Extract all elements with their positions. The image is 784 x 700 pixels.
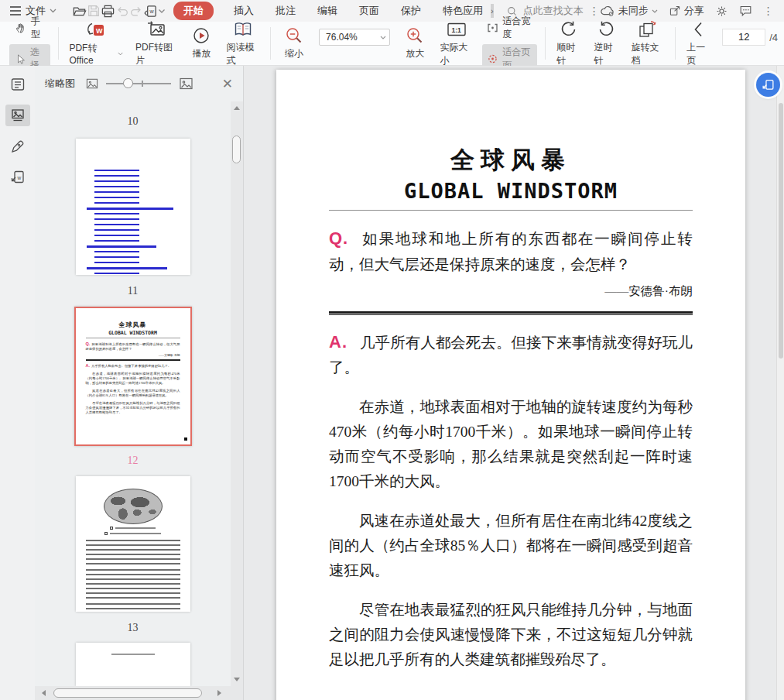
pen-icon — [10, 139, 26, 154]
titlebar-right: 未同步 分享 ⋮ — [600, 4, 784, 18]
undo-icon[interactable] — [115, 2, 129, 19]
open-file-icon[interactable] — [72, 2, 87, 19]
page-label-11[interactable]: 11 — [128, 285, 138, 297]
toc-link-lines — [94, 170, 139, 275]
slider-tick — [142, 81, 143, 87]
scroll-down-arrow[interactable] — [234, 678, 240, 681]
rotate-clockwise-icon — [560, 20, 578, 39]
pdf-to-image-button[interactable]: PDF转图片 — [129, 18, 183, 70]
pdf-to-office-icon: W — [86, 21, 106, 39]
rotate-counterclockwise-button[interactable]: 逆时针 — [587, 18, 625, 70]
print-icon[interactable] — [101, 2, 115, 19]
tab-featured-apps[interactable]: 特色应用 — [441, 2, 484, 19]
scroll-right-arrow[interactable] — [217, 690, 221, 696]
redo-icon[interactable] — [129, 2, 143, 19]
pdf-page: 全球风暴 GLOBAL WINDSTORM Q.如果地球和地上所有的东西都在一瞬… — [276, 70, 745, 700]
share-icon — [669, 5, 681, 17]
a-lead-text: 几乎所有人都会死去。但接下来事情就变得好玩儿了。 — [329, 335, 693, 376]
thumbnail-vertical-scrollbar[interactable] — [231, 101, 243, 686]
thumbnail-page-13[interactable] — [76, 476, 190, 612]
feedback-comment-icon[interactable] — [739, 5, 752, 17]
double-rule — [329, 311, 693, 315]
rotate-counterclockwise-label: 逆时针 — [594, 41, 618, 67]
annotation-panel-button[interactable] — [5, 136, 30, 157]
pdf-to-image-label: PDF转图片 — [135, 41, 176, 67]
previous-page-button[interactable]: 上一页 — [680, 18, 717, 70]
chevron-down-icon — [50, 9, 56, 13]
search-options-icon[interactable]: ⋮ — [589, 5, 600, 17]
document-viewport[interactable]: 全球风暴 GLOBAL WINDSTORM Q.如果地球和地上所有的东西都在一瞬… — [244, 66, 784, 700]
divider — [545, 27, 546, 60]
fit-width-icon — [487, 22, 498, 33]
scroll-up-arrow[interactable] — [234, 106, 240, 110]
actual-size-button[interactable]: 1:1 实际大小 — [433, 18, 479, 70]
rotate-document-button[interactable]: 旋转文档 — [625, 18, 670, 70]
horizontal-scroll-thumb[interactable] — [53, 688, 202, 698]
sync-status[interactable]: 未同步 — [600, 4, 658, 18]
thumbnail-page-11[interactable] — [76, 139, 190, 275]
tab-insert[interactable]: 插入 — [232, 2, 255, 19]
page-label-13[interactable]: 13 — [128, 622, 139, 634]
thumbnail-panel-title: 缩略图 — [45, 77, 75, 91]
zoom-out-button[interactable]: 缩小 — [276, 24, 313, 63]
vertical-scroll-thumb[interactable] — [232, 136, 241, 163]
scroll-left-arrow[interactable] — [42, 690, 46, 696]
rotate-clockwise-button[interactable]: 顺时针 — [550, 18, 587, 70]
share-button[interactable]: 分享 — [669, 4, 704, 18]
hand-tool-button[interactable]: 手型 — [9, 13, 50, 43]
pdf-to-office-button[interactable]: W PDF转Office — [63, 19, 129, 68]
one-to-one-icon: 1:1 — [447, 20, 467, 39]
current-page-input[interactable]: 12 — [722, 29, 765, 46]
share-label: 分享 — [684, 4, 704, 18]
pdf-tools-panel-button[interactable]: w — [5, 166, 30, 188]
tab-protect[interactable]: 保护 — [399, 2, 423, 19]
rotate-counterclockwise-icon — [597, 20, 615, 39]
toolbar: 手型 选择 W PDF转Office PDF转图片 — [0, 22, 784, 66]
divider — [58, 27, 59, 60]
fit-width-button[interactable]: 适合宽度 — [482, 13, 537, 43]
zoom-in-button[interactable]: 放大 — [396, 24, 433, 63]
thumbnails-icon — [10, 108, 26, 123]
zoom-level-select[interactable]: 76.04% — [319, 29, 390, 46]
pdf-to-image-icon — [146, 20, 166, 39]
book-icon — [233, 20, 253, 39]
play-button[interactable]: 播放 — [183, 24, 220, 63]
tab-page[interactable]: 页面 — [358, 2, 381, 19]
rotate-document-label: 旋转文档 — [631, 41, 664, 67]
doc-title-english: GLOBAL WINDSTORM — [329, 179, 693, 203]
page-label-12-current[interactable]: 12 — [128, 455, 139, 467]
settings-gear-icon[interactable] — [715, 5, 728, 18]
body-paragraph-1: 在赤道，地球表面相对于地轴的旋转速度约为每秒470米（约每小时1700千米）。如… — [329, 395, 693, 494]
page-label-10[interactable]: 10 — [128, 115, 139, 128]
thumbnail-page-14-partial[interactable] — [76, 643, 190, 686]
thumbnail-list: 10 11 全球风暴 GLOBAL WINDSTORM Q.如果地球和地上所有的… — [35, 101, 231, 686]
slider-handle[interactable] — [123, 78, 133, 88]
navigation-icon-strip: w — [0, 66, 35, 700]
quick-convert-floating-button[interactable] — [756, 73, 780, 97]
outline-icon — [10, 77, 26, 92]
reading-mode-button[interactable]: 阅读模式 — [220, 18, 265, 70]
close-panel-icon[interactable]: ✕ — [222, 77, 233, 91]
more-options-icon[interactable]: ⋮ — [763, 5, 774, 17]
thumbnail-size-slider[interactable] — [106, 78, 171, 89]
sync-status-label: 未同步 — [618, 4, 649, 18]
thumbnails-panel-button[interactable] — [5, 105, 30, 126]
pdf-to-word-icon[interactable]: w — [143, 2, 158, 19]
document-vertical-scrollbar[interactable] — [776, 66, 784, 700]
zoom-level-value: 76.04% — [326, 32, 358, 43]
tab-edit[interactable]: 编辑 — [316, 2, 339, 19]
thumbnail-page-12-selected[interactable]: 全球风暴 GLOBAL WINDSTORM Q.如果地球和地上所有的东西都在一瞬… — [74, 307, 192, 446]
tab-comment[interactable]: 批注 — [274, 2, 297, 19]
hand-tool-label: 手型 — [31, 15, 45, 41]
thumbnail-horizontal-scrollbar[interactable] — [35, 686, 243, 700]
more-quick-actions-icon[interactable] — [158, 9, 166, 14]
svg-text:W: W — [96, 27, 103, 35]
play-icon — [192, 26, 211, 45]
reading-mode-label: 阅读模式 — [226, 41, 259, 67]
outline-panel-button[interactable] — [5, 74, 30, 95]
document-scroll-thumb[interactable] — [779, 103, 783, 359]
save-icon[interactable] — [87, 2, 101, 19]
cursor-arrow-icon — [15, 53, 26, 65]
actual-size-label: 实际大小 — [440, 41, 473, 67]
hand-icon — [15, 22, 27, 34]
